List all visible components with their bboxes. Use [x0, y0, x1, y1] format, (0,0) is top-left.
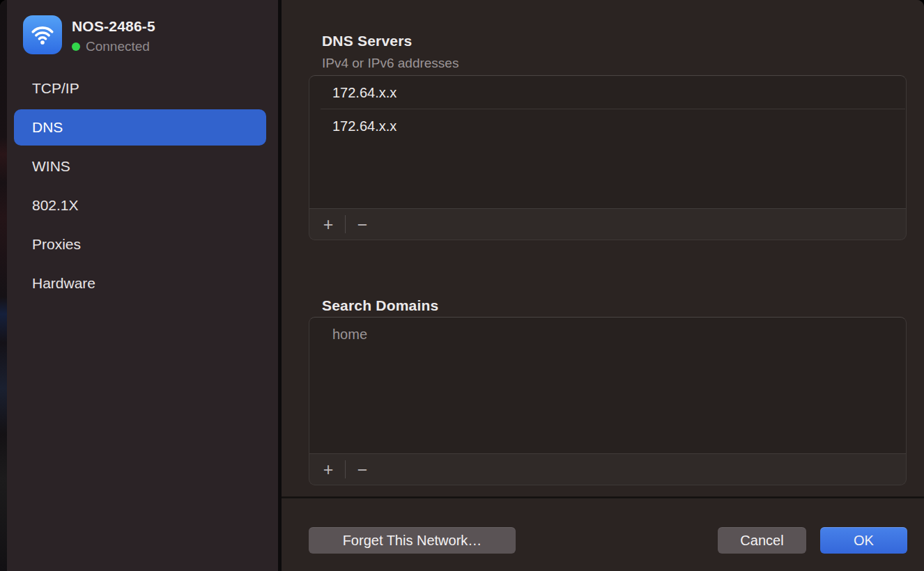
toolbar-separator: [345, 215, 346, 233]
dns-server-value: 172.64.x.x: [332, 85, 396, 101]
sidebar-item-proxies[interactable]: Proxies: [14, 226, 266, 263]
network-details-dialog: NOS-2486-5 Connected TCP/IP DNS WINS 802…: [0, 0, 924, 571]
status-dot-icon: [72, 42, 80, 51]
search-domains-title: Search Domains: [322, 297, 438, 314]
connection-status-label: Connected: [86, 39, 150, 54]
remove-search-domain-button[interactable]: −: [352, 459, 373, 480]
forget-network-button[interactable]: Forget This Network…: [309, 527, 516, 554]
search-domains-toolbar: + −: [309, 453, 906, 485]
underlying-window-edge: [0, 0, 7, 571]
search-domain-row[interactable]: home: [309, 318, 906, 351]
add-dns-server-button[interactable]: +: [318, 214, 339, 235]
dns-servers-title: DNS Servers: [322, 33, 412, 49]
toolbar-separator: [345, 460, 346, 478]
search-domain-value: home: [332, 327, 367, 343]
dns-server-row[interactable]: 172.64.x.x: [309, 109, 906, 143]
dns-servers-toolbar: + −: [309, 208, 906, 240]
sidebar-item-hardware[interactable]: Hardware: [14, 265, 266, 302]
dns-server-value: 172.64.x.x: [332, 118, 396, 134]
network-name: NOS-2486-5: [72, 18, 155, 35]
dns-servers-subtitle: IPv4 or IPv6 addresses: [322, 56, 459, 71]
dialog-footer: Forget This Network… Cancel OK: [309, 527, 907, 554]
search-domains-list: home + −: [309, 317, 907, 485]
dns-servers-list: 172.64.x.x 172.64.x.x + −: [309, 75, 907, 240]
sidebar: NOS-2486-5 Connected TCP/IP DNS WINS 802…: [7, 0, 278, 571]
ok-button[interactable]: OK: [820, 527, 907, 554]
sidebar-item-tcpip[interactable]: TCP/IP: [14, 70, 266, 107]
remove-dns-server-button[interactable]: −: [352, 214, 373, 235]
add-search-domain-button[interactable]: +: [318, 459, 339, 480]
cancel-button[interactable]: Cancel: [718, 527, 806, 554]
footer-divider: [282, 496, 924, 499]
wifi-icon: [23, 15, 62, 54]
sidebar-item-8021x[interactable]: 802.1X: [14, 187, 266, 224]
network-status: Connected: [72, 40, 150, 54]
main-panel: DNS Servers IPv4 or IPv6 addresses 172.6…: [282, 0, 924, 571]
sidebar-item-dns[interactable]: DNS: [14, 109, 266, 146]
dns-server-row[interactable]: 172.64.x.x: [309, 76, 906, 109]
sidebar-nav: TCP/IP DNS WINS 802.1X Proxies Hardware: [14, 70, 266, 304]
sidebar-item-wins[interactable]: WINS: [14, 148, 266, 185]
